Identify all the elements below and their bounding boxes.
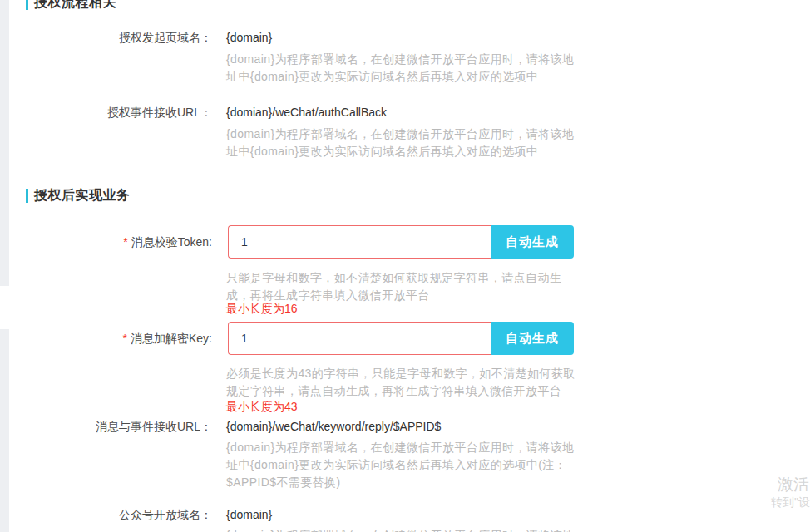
- aes-key-input-group: 自动生成: [228, 322, 574, 355]
- section-title: 授权后实现业务: [34, 187, 131, 204]
- left-rail-gap: [0, 286, 9, 329]
- aes-key-autogenerate-button[interactable]: 自动生成: [491, 322, 574, 355]
- left-rail: [0, 0, 9, 532]
- msg-event-url-value: {domain}/weChat/keyword/reply/$APPID$: [226, 420, 441, 433]
- auth-event-url-value: {domian}/weChat/authCallBack: [226, 106, 387, 119]
- aes-key-label-text: 消息加解密Key:: [131, 332, 212, 345]
- aes-key-error: 最小长度为43: [226, 400, 298, 415]
- section-header-auth-flow: 授权流程相关: [26, 0, 116, 12]
- section-accent-bar: [26, 189, 28, 203]
- msg-event-url-help: {domain}为程序部署域名，在创建微信开放平台应用时，请将该地址中{doma…: [226, 439, 584, 491]
- mp-open-domain-value: {domain}: [226, 508, 272, 521]
- auth-event-url-label: 授权事件接收URL：: [0, 106, 212, 121]
- section-header-post-auth-business: 授权后实现业务: [26, 187, 131, 204]
- auth-page-domain-value: {domain}: [226, 31, 272, 44]
- mp-open-domain-help: {domain}为程序部署域名，在创建微信开放平台应用时，请将该地址中: [226, 527, 584, 532]
- windows-activation-watermark-line2: 转到"设: [771, 495, 810, 510]
- required-asterisk: *: [123, 235, 127, 249]
- aes-key-input[interactable]: [228, 322, 491, 355]
- token-error: 最小长度为16: [226, 302, 298, 317]
- aes-key-help: 必须是长度为43的字符串，只能是字母和数字，如不清楚如何获取规定字符串，请点自动…: [226, 365, 584, 400]
- required-asterisk: *: [123, 332, 127, 345]
- section-accent-bar: [26, 0, 28, 10]
- token-help: 只能是字母和数字，如不清楚如何获取规定字符串，请点自动生成，再将生成字符串填入微…: [226, 269, 584, 304]
- auth-event-url-help: {domain}为程序部署域名，在创建微信开放平台应用时，请将该地址中{doma…: [226, 126, 584, 160]
- windows-activation-watermark-line1: 激活: [778, 474, 809, 495]
- token-label: *消息校验Token:: [0, 235, 212, 250]
- auth-page-domain-help: {domain}为程序部署域名，在创建微信开放平台应用时，请将该地址中{doma…: [226, 51, 584, 86]
- token-input-group: 自动生成: [228, 225, 574, 259]
- token-autogenerate-button[interactable]: 自动生成: [491, 225, 574, 259]
- auth-page-domain-label: 授权发起页域名：: [0, 31, 212, 46]
- token-input[interactable]: [228, 225, 491, 259]
- wechat-open-platform-settings-page: 授权流程相关 授权发起页域名： {domain} {domain}为程序部署域名…: [0, 0, 810, 532]
- msg-event-url-label: 消息与事件接收URL：: [0, 420, 212, 435]
- aes-key-label: *消息加解密Key:: [0, 332, 212, 347]
- token-label-text: 消息校验Token:: [131, 235, 212, 249]
- mp-open-domain-label: 公众号开放域名：: [0, 508, 212, 523]
- section-title: 授权流程相关: [34, 0, 116, 12]
